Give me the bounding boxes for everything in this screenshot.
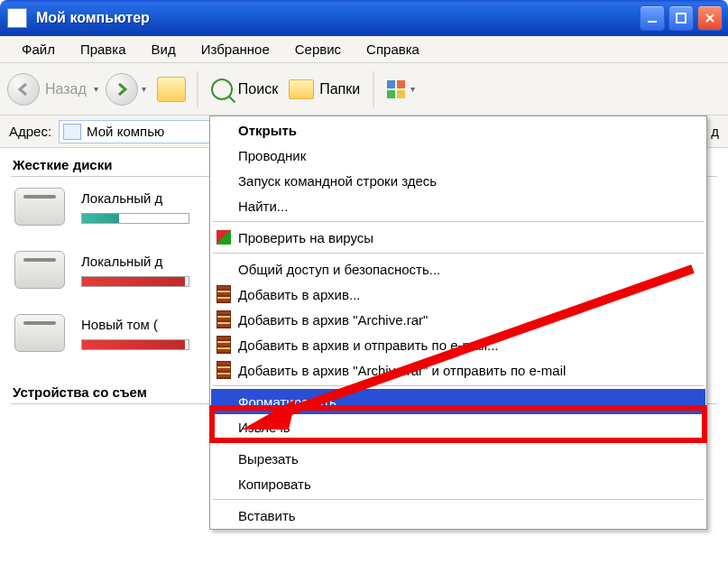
drive-label: Новый том (	[81, 317, 189, 332]
maximize-icon	[676, 13, 687, 23]
folder-up-button[interactable]	[157, 77, 186, 102]
context-menu-item-label: Вырезать	[238, 451, 299, 467]
mycomputer-icon	[7, 8, 27, 28]
minimize-button[interactable]	[640, 5, 665, 31]
context-menu-item[interactable]: Форматировать...	[211, 389, 705, 414]
context-menu-item[interactable]: Общий доступ и безопасность...	[211, 256, 705, 282]
context-menu-item[interactable]: Извлечь	[211, 414, 705, 439]
close-button[interactable]	[697, 5, 723, 31]
drive-info: Новый том (	[81, 317, 189, 350]
hdd-icon	[14, 314, 65, 352]
kaspersky-icon	[217, 230, 231, 245]
menu-favorites[interactable]: Избранное	[189, 38, 282, 60]
chevron-down-icon[interactable]: ▾	[142, 84, 146, 94]
context-menu-separator	[213, 385, 704, 386]
svg-rect-1	[677, 14, 686, 23]
address-right-fragment: д	[711, 124, 719, 139]
minimize-icon	[647, 13, 658, 23]
context-menu-separator	[213, 253, 704, 254]
drive-label: Локальный д	[81, 254, 189, 269]
context-menu-item-label: Извлечь	[238, 420, 290, 435]
svg-rect-0	[648, 21, 657, 23]
context-menu-item-label: Вставить	[238, 508, 296, 523]
mycomputer-icon	[63, 124, 81, 140]
context-menu-item-label: Добавить в архив...	[238, 287, 360, 302]
drive-info: Локальный д	[81, 254, 189, 287]
menu-file[interactable]: Файл	[9, 38, 68, 60]
context-menu-item[interactable]: Добавить в архив "Archive.rar" и отправи…	[211, 357, 705, 383]
views-icon	[387, 80, 407, 98]
menu-help[interactable]: Справка	[354, 38, 432, 60]
context-menu-item-label: Найти...	[238, 199, 288, 214]
nav-back-label: Назад	[45, 81, 87, 97]
hdd-icon	[14, 188, 65, 226]
chevron-down-icon: ▾	[410, 84, 415, 94]
search-icon	[211, 79, 233, 100]
chevron-down-icon[interactable]: ▾	[94, 84, 98, 94]
context-menu-item[interactable]: Проверить на вирусы	[211, 225, 705, 250]
context-menu-item[interactable]: Запуск командной строки здесь	[211, 168, 705, 193]
context-menu-item-label: Проверить на вирусы	[238, 230, 373, 245]
context-menu-item[interactable]: Копировать	[211, 471, 705, 496]
menu-view[interactable]: Вид	[139, 38, 189, 60]
context-menu-item[interactable]: Найти...	[211, 193, 705, 218]
address-value: Мой компью	[87, 124, 164, 139]
menu-bar: Файл Правка Вид Избранное Сервис Справка	[0, 36, 728, 63]
context-menu-separator	[213, 499, 704, 500]
drive-usage-bar	[81, 339, 189, 350]
winrar-icon	[217, 361, 231, 379]
context-menu-item[interactable]: Вставить	[211, 503, 705, 528]
context-menu-separator	[213, 221, 704, 222]
drive-label: Локальный д	[81, 190, 189, 206]
context-menu-item[interactable]: Добавить в архив "Archive.rar"	[211, 307, 705, 332]
hdd-icon	[14, 251, 65, 289]
toolbar-folders[interactable]: Папки	[289, 79, 360, 99]
context-menu-item[interactable]: Проводник	[211, 143, 705, 168]
winrar-icon	[217, 285, 231, 303]
toolbar-separator	[373, 71, 374, 107]
nav-back-button[interactable]	[7, 73, 40, 106]
menu-tools[interactable]: Сервис	[282, 38, 354, 60]
maximize-button[interactable]	[668, 5, 694, 31]
toolbar-separator	[197, 71, 198, 107]
folder-icon	[289, 79, 314, 99]
winrar-icon	[217, 336, 231, 354]
arrow-left-icon	[15, 81, 32, 97]
close-icon	[705, 13, 715, 23]
context-menu-item-label: Копировать	[238, 476, 311, 492]
context-menu: ОткрытьПроводникЗапуск командной строки …	[209, 116, 707, 530]
context-menu-item-label: Общий доступ и безопасность...	[238, 262, 440, 277]
drive-info: Локальный д	[81, 190, 189, 224]
winrar-icon	[217, 310, 231, 328]
toolbar-search[interactable]: Поиск	[211, 79, 278, 100]
context-menu-item-label: Добавить в архив "Archive.rar"	[238, 312, 428, 328]
arrow-right-icon	[114, 81, 130, 97]
menu-edit[interactable]: Правка	[68, 38, 139, 60]
toolbar-views[interactable]: ▾	[387, 80, 422, 98]
title-bar: Мой компьютер	[0, 0, 728, 36]
context-menu-item[interactable]: Вырезать	[211, 446, 705, 471]
context-menu-item-label: Форматировать...	[238, 394, 347, 410]
context-menu-item-label: Добавить в архив "Archive.rar" и отправи…	[238, 363, 566, 378]
drive-usage-bar	[81, 213, 189, 224]
context-menu-item-label: Открыть	[238, 123, 297, 138]
toolbar-search-label: Поиск	[238, 81, 278, 97]
window-title: Мой компьютер	[36, 10, 640, 26]
toolbar-folders-label: Папки	[319, 81, 360, 97]
context-menu-item[interactable]: Открыть	[211, 117, 705, 143]
nav-forward-button[interactable]	[106, 73, 138, 106]
context-menu-item-label: Проводник	[238, 148, 306, 163]
drive-usage-bar	[81, 276, 189, 287]
context-menu-item-label: Запуск командной строки здесь	[238, 173, 437, 189]
address-label: Адрес:	[9, 124, 51, 139]
context-menu-item[interactable]: Добавить в архив и отправить по e-mail..…	[211, 332, 705, 357]
context-menu-item-label: Добавить в архив и отправить по e-mail..…	[238, 337, 499, 353]
context-menu-item[interactable]: Добавить в архив...	[211, 282, 705, 307]
titlebar-buttons	[640, 5, 723, 31]
toolbar: Назад ▾ ▾ Поиск Папки ▾	[0, 63, 728, 116]
context-menu-separator	[213, 442, 704, 443]
